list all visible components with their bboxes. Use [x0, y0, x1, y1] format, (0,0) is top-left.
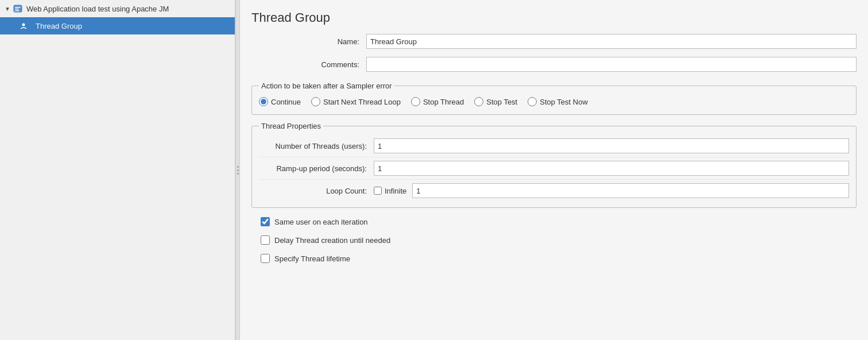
ramp-up-row: Ramp-up period (seconds): — [259, 157, 849, 180]
expand-arrow-icon: ▼ — [5, 6, 10, 12]
resize-handle[interactable] — [235, 0, 240, 340]
sidebar-item-root[interactable]: ▼ Web Application load test using Apache… — [0, 0, 235, 17]
same-user-label: Same user on each iteration — [274, 218, 368, 226]
thread-group-label: Thread Group — [36, 22, 82, 30]
comments-input[interactable] — [366, 57, 857, 72]
form-area: Name: Comments: Action to be taken after… — [240, 32, 868, 340]
specify-lifetime-row: Specify Thread lifetime — [261, 252, 857, 265]
same-user-checkbox[interactable] — [261, 217, 270, 226]
num-threads-label: Number of Threads (users): — [259, 142, 374, 150]
sampler-error-fieldset: Action to be taken after a Sampler error… — [251, 82, 857, 115]
radio-continue-label: Continue — [271, 98, 301, 106]
radio-stop-thread-label: Stop Thread — [423, 98, 464, 106]
specify-lifetime-label: Specify Thread lifetime — [274, 254, 350, 263]
ramp-up-label: Ramp-up period (seconds): — [259, 164, 374, 173]
radio-stop-test-now-label: Stop Test Now — [540, 98, 588, 106]
name-input[interactable] — [366, 34, 857, 49]
radio-stop-test-now[interactable]: Stop Test Now — [528, 97, 588, 106]
sidebar-item-thread-group[interactable]: Thread Group — [0, 17, 235, 34]
thread-properties-fieldset: Thread Properties Number of Threads (use… — [251, 122, 857, 208]
radio-continue-input[interactable] — [259, 97, 268, 106]
drag-dots — [237, 166, 239, 175]
radio-continue[interactable]: Continue — [259, 97, 301, 106]
loop-count-row: Loop Count: Infinite — [259, 180, 849, 202]
same-user-row: Same user on each iteration — [261, 215, 857, 229]
thread-props-legend: Thread Properties — [259, 122, 323, 130]
thread-group-icon — [18, 21, 29, 31]
specify-lifetime-checkbox[interactable] — [261, 254, 270, 263]
comments-row: Comments: — [251, 55, 857, 74]
loop-count-input[interactable] — [412, 183, 849, 198]
radio-start-next[interactable]: Start Next Thread Loop — [311, 97, 401, 106]
sidebar: ▼ Web Application load test using Apache… — [0, 0, 235, 340]
num-threads-input[interactable] — [374, 138, 849, 153]
ramp-up-input[interactable] — [374, 161, 849, 176]
test-plan-icon — [13, 3, 23, 14]
comments-label: Comments: — [251, 60, 366, 69]
delay-thread-checkbox[interactable] — [261, 235, 270, 245]
delay-thread-label: Delay Thread creation until needed — [274, 236, 390, 245]
radio-start-next-label: Start Next Thread Loop — [323, 98, 401, 106]
sampler-error-legend: Action to be taken after a Sampler error — [259, 82, 394, 90]
radio-stop-test-label: Stop Test — [486, 98, 517, 106]
radio-stop-thread[interactable]: Stop Thread — [411, 97, 464, 106]
infinite-checkbox[interactable] — [374, 187, 382, 195]
infinite-label: Infinite — [385, 187, 406, 195]
num-threads-row: Number of Threads (users): — [259, 135, 849, 157]
main-panel: Thread Group Name: Comments: Action to b… — [240, 0, 868, 340]
name-label: Name: — [251, 37, 366, 46]
loop-count-label: Loop Count: — [259, 187, 374, 195]
radio-start-next-input[interactable] — [311, 97, 320, 106]
radio-stop-test-input[interactable] — [474, 97, 483, 106]
svg-point-4 — [22, 24, 25, 26]
radio-stop-test[interactable]: Stop Test — [474, 97, 517, 106]
root-item-label: Web Application load test using Apache J… — [26, 5, 169, 13]
svg-rect-3 — [15, 10, 20, 11]
panel-title: Thread Group — [240, 0, 868, 32]
radio-stop-test-now-input[interactable] — [528, 97, 537, 106]
delay-thread-row: Delay Thread creation until needed — [261, 233, 857, 247]
svg-rect-2 — [15, 9, 19, 10]
radio-stop-thread-input[interactable] — [411, 97, 420, 106]
checkboxes-area: Same user on each iteration Delay Thread… — [261, 215, 857, 265]
radio-group: Continue Start Next Thread Loop Stop Thr… — [259, 95, 849, 109]
name-row: Name: — [251, 32, 857, 51]
svg-rect-1 — [15, 7, 21, 8]
infinite-check-group: Infinite — [374, 187, 406, 195]
